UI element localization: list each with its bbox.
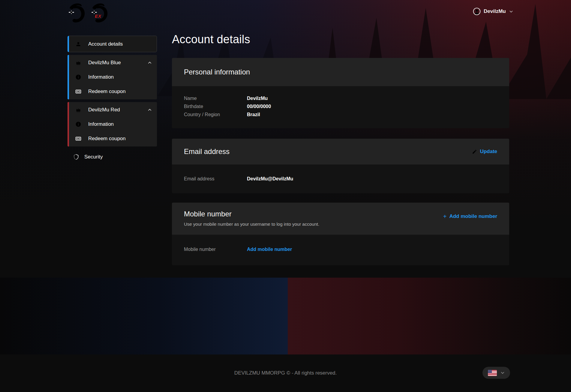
logo-d-icon — [67, 2, 87, 24]
sidebar-item-red-information[interactable]: Information — [69, 117, 157, 131]
language-selector[interactable] — [482, 367, 510, 379]
sidebar-item-security[interactable]: Security — [68, 149, 157, 164]
crown-icon — [75, 60, 81, 66]
sidebar-item-label: Security — [84, 154, 103, 160]
chevron-down-icon — [509, 9, 513, 14]
info-icon — [75, 121, 81, 127]
sidebar-item-blue-redeem-coupon[interactable]: Redeem coupon — [69, 84, 157, 99]
card-subtitle: Use your mobile number as your username … — [184, 222, 319, 227]
email-address-card: Email address Update Email address Devil… — [172, 139, 509, 193]
avatar-icon — [473, 8, 481, 15]
sidebar-group-devilzmu-red: DevilzMu Red Information Redeem coupon — [68, 102, 157, 146]
footer-red-panel — [288, 278, 571, 354]
info-value: 00/00/0000 — [247, 104, 271, 109]
info-value: DevilzMu@DevilzMu — [247, 176, 293, 182]
sidebar-group-devilzmu-blue: DevilzMu Blue Information Redeem coupon — [68, 55, 157, 99]
chevron-down-icon — [500, 370, 505, 375]
ticket-icon — [75, 89, 81, 95]
username: DevilzMu — [484, 8, 506, 14]
add-mobile-label: Add mobile number — [449, 213, 497, 219]
person-icon — [75, 41, 81, 47]
sidebar-group-title-blue[interactable]: DevilzMu Blue — [69, 56, 157, 70]
update-label: Update — [480, 149, 497, 155]
mobile-number-card: Mobile number Use your mobile number as … — [172, 203, 509, 265]
group-title-label: DevilzMu Blue — [88, 60, 121, 66]
card-title: Mobile number — [184, 210, 319, 218]
info-row-birthdate: Birthdate 00/00/0000 — [184, 104, 497, 109]
personal-information-card: Personal information Name DevilzMu Birth… — [172, 58, 509, 128]
info-row-country: Country / Region Brazil — [184, 112, 497, 117]
page-title: Account details — [172, 33, 509, 46]
plus-icon: + — [443, 213, 447, 219]
shield-icon — [73, 154, 79, 160]
us-flag-icon — [488, 370, 497, 376]
info-label: Email address — [184, 176, 247, 182]
logo-ex-label: EX — [95, 14, 101, 19]
ticket-icon — [75, 136, 81, 142]
group-title-label: DevilzMu Red — [88, 107, 120, 113]
sidebar-item-label: Information — [88, 74, 114, 80]
header-logos: EX — [67, 2, 110, 24]
sidebar-item-label: Redeem coupon — [88, 89, 126, 95]
devilzmu-ex-logo[interactable]: EX — [90, 2, 110, 24]
info-value: Brazil — [247, 112, 260, 117]
logo-d-ex-icon — [90, 2, 110, 24]
pencil-icon — [472, 149, 477, 154]
info-label: Name — [184, 96, 247, 101]
info-label: Country / Region — [184, 112, 247, 117]
add-mobile-number-button[interactable]: + Add mobile number — [443, 213, 497, 219]
user-menu[interactable]: DevilzMu — [473, 8, 513, 15]
info-icon — [75, 74, 81, 80]
chevron-up-icon — [147, 107, 152, 112]
info-row-mobile: Mobile number Add mobile number — [184, 247, 497, 252]
info-row-email: Email address DevilzMu@DevilzMu — [184, 176, 497, 182]
info-label: Birthdate — [184, 104, 247, 109]
mobile-header-text: Mobile number Use your mobile number as … — [184, 210, 319, 227]
sidebar-group-title-red[interactable]: DevilzMu Red — [69, 103, 157, 117]
info-label: Mobile number — [184, 247, 247, 252]
card-title: Email address — [184, 147, 230, 156]
card-title: Personal information — [184, 68, 250, 76]
footer — [0, 278, 571, 354]
sidebar-item-label: Redeem coupon — [88, 136, 126, 142]
main-content: Account details Personal information Nam… — [172, 33, 509, 265]
add-mobile-number-link[interactable]: Add mobile number — [247, 247, 292, 252]
sidebar-item-blue-information[interactable]: Information — [69, 70, 157, 84]
footer-blue-panel — [0, 278, 288, 354]
sidebar-item-red-redeem-coupon[interactable]: Redeem coupon — [69, 131, 157, 146]
sidebar-item-label: Account details — [88, 41, 123, 47]
chevron-up-icon — [147, 60, 152, 65]
sidebar-item-label: Information — [88, 121, 114, 127]
sidebar: Account details DevilzMu Blue Informatio… — [68, 36, 157, 164]
info-value: DevilzMu — [247, 96, 268, 101]
update-email-button[interactable]: Update — [472, 149, 497, 155]
info-row-name: Name DevilzMu — [184, 96, 497, 101]
crown-icon — [75, 107, 81, 113]
devilzmu-logo[interactable] — [67, 2, 87, 24]
sidebar-item-account-details[interactable]: Account details — [68, 36, 157, 52]
